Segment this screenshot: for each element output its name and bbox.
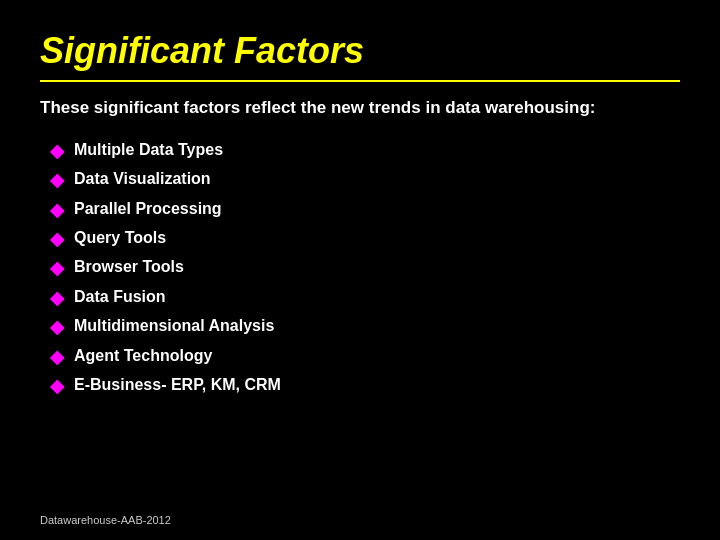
bullet-text-2: Parallel Processing [74, 199, 222, 220]
bullet-text-1: Data Visualization [74, 169, 211, 190]
bullet-text-7: Agent Technology [74, 346, 212, 367]
bullet-diamond-icon: ◆ [50, 257, 64, 280]
bullet-item: ◆Browser Tools [50, 257, 680, 280]
bullet-item: ◆Data Visualization [50, 169, 680, 192]
bullet-diamond-icon: ◆ [50, 287, 64, 310]
bullet-diamond-icon: ◆ [50, 199, 64, 222]
bullet-text-0: Multiple Data Types [74, 140, 223, 161]
bullet-text-5: Data Fusion [74, 287, 166, 308]
footer-text: Datawarehouse-AAB-2012 [40, 514, 171, 526]
bullet-item: ◆Query Tools [50, 228, 680, 251]
bullet-item: ◆Data Fusion [50, 287, 680, 310]
bullet-text-3: Query Tools [74, 228, 166, 249]
bullet-item: ◆Agent Technology [50, 346, 680, 369]
bullet-item: ◆E-Business- ERP, KM, CRM [50, 375, 680, 398]
bullet-diamond-icon: ◆ [50, 316, 64, 339]
bullet-item: ◆Multiple Data Types [50, 140, 680, 163]
bullet-item: ◆Parallel Processing [50, 199, 680, 222]
bullet-diamond-icon: ◆ [50, 346, 64, 369]
bullet-text-4: Browser Tools [74, 257, 184, 278]
bullet-item: ◆Multidimensional Analysis [50, 316, 680, 339]
bullet-diamond-icon: ◆ [50, 169, 64, 192]
title-underline [40, 80, 680, 82]
slide-container: Significant Factors These significant fa… [0, 0, 720, 540]
bullet-diamond-icon: ◆ [50, 140, 64, 163]
slide-title: Significant Factors [40, 30, 680, 72]
bullet-text-6: Multidimensional Analysis [74, 316, 274, 337]
bullet-diamond-icon: ◆ [50, 228, 64, 251]
bullet-diamond-icon: ◆ [50, 375, 64, 398]
bullet-text-8: E-Business- ERP, KM, CRM [74, 375, 281, 396]
intro-text: These significant factors reflect the ne… [40, 96, 680, 120]
title-section: Significant Factors [40, 30, 680, 82]
bullet-list: ◆Multiple Data Types◆Data Visualization◆… [50, 140, 680, 399]
